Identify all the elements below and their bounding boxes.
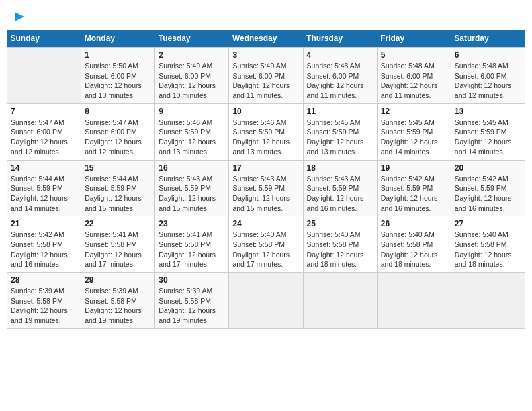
day-info: Sunrise: 5:42 AM Sunset: 5:59 PM Dayligh…	[381, 174, 447, 214]
logo	[11, 9, 27, 21]
day-cell: 13Sunrise: 5:45 AM Sunset: 5:59 PM Dayli…	[451, 103, 525, 160]
day-cell: 25Sunrise: 5:40 AM Sunset: 5:58 PM Dayli…	[303, 216, 377, 273]
day-info: Sunrise: 5:42 AM Sunset: 5:58 PM Dayligh…	[11, 230, 77, 269]
week-row-4: 21Sunrise: 5:42 AM Sunset: 5:58 PM Dayli…	[7, 216, 525, 273]
day-info: Sunrise: 5:48 AM Sunset: 6:00 PM Dayligh…	[381, 61, 447, 101]
day-info: Sunrise: 5:41 AM Sunset: 5:58 PM Dayligh…	[85, 230, 151, 269]
day-cell: 18Sunrise: 5:43 AM Sunset: 5:59 PM Dayli…	[303, 160, 377, 216]
day-cell: 5Sunrise: 5:48 AM Sunset: 6:00 PM Daylig…	[377, 48, 451, 104]
day-number: 23	[159, 219, 225, 228]
logo-icon	[12, 9, 27, 24]
day-number: 9	[159, 107, 225, 116]
day-header-sunday: Sunday	[7, 30, 81, 48]
day-header-tuesday: Tuesday	[155, 30, 229, 48]
day-number: 24	[232, 219, 299, 228]
day-cell: 23Sunrise: 5:41 AM Sunset: 5:58 PM Dayli…	[155, 216, 229, 273]
day-info: Sunrise: 5:49 AM Sunset: 6:00 PM Dayligh…	[232, 61, 299, 101]
day-cell: 12Sunrise: 5:45 AM Sunset: 5:59 PM Dayli…	[377, 103, 451, 160]
day-info: Sunrise: 5:40 AM Sunset: 5:58 PM Dayligh…	[307, 230, 373, 269]
day-cell: 20Sunrise: 5:42 AM Sunset: 5:59 PM Dayli…	[451, 160, 525, 216]
day-cell: 8Sunrise: 5:47 AM Sunset: 6:00 PM Daylig…	[81, 103, 155, 160]
day-cell: 30Sunrise: 5:39 AM Sunset: 5:58 PM Dayli…	[155, 273, 229, 329]
day-number: 20	[455, 163, 521, 173]
day-cell: 7Sunrise: 5:47 AM Sunset: 6:00 PM Daylig…	[7, 103, 81, 160]
day-number: 3	[232, 50, 299, 60]
day-info: Sunrise: 5:49 AM Sunset: 6:00 PM Dayligh…	[159, 61, 225, 101]
day-number: 12	[381, 107, 447, 116]
day-info: Sunrise: 5:45 AM Sunset: 5:59 PM Dayligh…	[307, 118, 373, 157]
day-info: Sunrise: 5:39 AM Sunset: 5:58 PM Dayligh…	[11, 286, 77, 326]
day-info: Sunrise: 5:42 AM Sunset: 5:59 PM Dayligh…	[455, 174, 521, 214]
day-cell: 22Sunrise: 5:41 AM Sunset: 5:58 PM Dayli…	[81, 216, 155, 273]
day-cell: 27Sunrise: 5:40 AM Sunset: 5:58 PM Dayli…	[451, 216, 525, 273]
day-info: Sunrise: 5:50 AM Sunset: 6:00 PM Dayligh…	[85, 61, 151, 101]
day-cell: 2Sunrise: 5:49 AM Sunset: 6:00 PM Daylig…	[155, 48, 229, 104]
day-info: Sunrise: 5:47 AM Sunset: 6:00 PM Dayligh…	[85, 118, 151, 157]
day-cell: 21Sunrise: 5:42 AM Sunset: 5:58 PM Dayli…	[7, 216, 81, 273]
calendar-table: SundayMondayTuesdayWednesdayThursdayFrid…	[7, 30, 525, 329]
day-number: 16	[159, 163, 225, 173]
day-number: 26	[381, 219, 447, 228]
day-cell	[229, 273, 303, 329]
day-cell: 3Sunrise: 5:49 AM Sunset: 6:00 PM Daylig…	[229, 48, 303, 104]
day-number: 17	[232, 163, 299, 173]
day-info: Sunrise: 5:40 AM Sunset: 5:58 PM Dayligh…	[455, 230, 521, 269]
day-number: 2	[159, 50, 225, 60]
day-header-friday: Friday	[377, 30, 451, 48]
day-number: 18	[307, 163, 373, 173]
day-number: 25	[307, 219, 373, 228]
day-info: Sunrise: 5:46 AM Sunset: 5:59 PM Dayligh…	[232, 118, 299, 157]
week-row-5: 28Sunrise: 5:39 AM Sunset: 5:58 PM Dayli…	[7, 273, 525, 329]
day-header-saturday: Saturday	[451, 30, 525, 48]
day-number: 30	[159, 275, 225, 285]
day-cell: 4Sunrise: 5:48 AM Sunset: 6:00 PM Daylig…	[303, 48, 377, 104]
day-info: Sunrise: 5:47 AM Sunset: 6:00 PM Dayligh…	[11, 118, 77, 157]
day-header-wednesday: Wednesday	[229, 30, 303, 48]
day-cell	[303, 273, 377, 329]
day-info: Sunrise: 5:43 AM Sunset: 5:59 PM Dayligh…	[307, 174, 373, 214]
day-number: 29	[85, 275, 151, 285]
day-info: Sunrise: 5:39 AM Sunset: 5:58 PM Dayligh…	[159, 286, 225, 326]
day-number: 4	[307, 50, 373, 60]
day-number: 22	[85, 219, 151, 228]
day-info: Sunrise: 5:48 AM Sunset: 6:00 PM Dayligh…	[307, 61, 373, 101]
day-cell: 29Sunrise: 5:39 AM Sunset: 5:58 PM Dayli…	[81, 273, 155, 329]
day-cell	[377, 273, 451, 329]
day-info: Sunrise: 5:40 AM Sunset: 5:58 PM Dayligh…	[381, 230, 447, 269]
day-cell: 24Sunrise: 5:40 AM Sunset: 5:58 PM Dayli…	[229, 216, 303, 273]
day-cell: 6Sunrise: 5:48 AM Sunset: 6:00 PM Daylig…	[451, 48, 525, 104]
day-info: Sunrise: 5:44 AM Sunset: 5:59 PM Dayligh…	[11, 174, 77, 214]
day-cell: 16Sunrise: 5:43 AM Sunset: 5:59 PM Dayli…	[155, 160, 229, 216]
week-row-3: 14Sunrise: 5:44 AM Sunset: 5:59 PM Dayli…	[7, 160, 525, 216]
day-info: Sunrise: 5:44 AM Sunset: 5:59 PM Dayligh…	[85, 174, 151, 214]
day-header-thursday: Thursday	[303, 30, 377, 48]
day-info: Sunrise: 5:45 AM Sunset: 5:59 PM Dayligh…	[381, 118, 447, 157]
day-info: Sunrise: 5:39 AM Sunset: 5:58 PM Dayligh…	[85, 286, 151, 326]
day-info: Sunrise: 5:41 AM Sunset: 5:58 PM Dayligh…	[159, 230, 225, 269]
day-number: 14	[11, 163, 77, 173]
day-cell: 1Sunrise: 5:50 AM Sunset: 6:00 PM Daylig…	[81, 48, 155, 104]
day-info: Sunrise: 5:43 AM Sunset: 5:59 PM Dayligh…	[159, 174, 225, 214]
svg-marker-0	[15, 12, 24, 21]
day-cell	[7, 48, 81, 104]
day-cell: 28Sunrise: 5:39 AM Sunset: 5:58 PM Dayli…	[7, 273, 81, 329]
day-number: 19	[381, 163, 447, 173]
day-number: 27	[455, 219, 521, 228]
day-header-monday: Monday	[81, 30, 155, 48]
day-cell: 10Sunrise: 5:46 AM Sunset: 5:59 PM Dayli…	[229, 103, 303, 160]
day-number: 28	[11, 275, 77, 285]
day-info: Sunrise: 5:43 AM Sunset: 5:59 PM Dayligh…	[232, 174, 299, 214]
day-info: Sunrise: 5:45 AM Sunset: 5:59 PM Dayligh…	[455, 118, 521, 157]
day-number: 6	[455, 50, 521, 60]
day-cell: 11Sunrise: 5:45 AM Sunset: 5:59 PM Dayli…	[303, 103, 377, 160]
header-row: SundayMondayTuesdayWednesdayThursdayFrid…	[7, 30, 525, 48]
day-info: Sunrise: 5:46 AM Sunset: 5:59 PM Dayligh…	[159, 118, 225, 157]
day-cell: 26Sunrise: 5:40 AM Sunset: 5:58 PM Dayli…	[377, 216, 451, 273]
day-info: Sunrise: 5:40 AM Sunset: 5:58 PM Dayligh…	[232, 230, 299, 269]
day-number: 15	[85, 163, 151, 173]
day-cell: 17Sunrise: 5:43 AM Sunset: 5:59 PM Dayli…	[229, 160, 303, 216]
day-number: 13	[455, 107, 521, 116]
day-number: 8	[85, 107, 151, 116]
day-cell: 14Sunrise: 5:44 AM Sunset: 5:59 PM Dayli…	[7, 160, 81, 216]
day-cell: 9Sunrise: 5:46 AM Sunset: 5:59 PM Daylig…	[155, 103, 229, 160]
